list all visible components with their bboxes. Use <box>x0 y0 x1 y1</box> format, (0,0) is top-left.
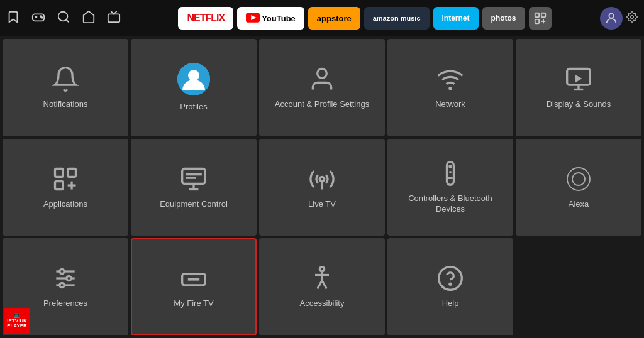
svg-point-47 <box>60 283 64 288</box>
gamepad-icon[interactable] <box>31 10 45 27</box>
svg-rect-12 <box>541 13 545 17</box>
myfiretv-label: My Fire TV <box>174 298 213 309</box>
svg-rect-13 <box>535 19 538 23</box>
svg-point-17 <box>631 16 634 19</box>
account-label: Account & Profile Settings <box>275 99 369 110</box>
svg-point-16 <box>609 14 613 18</box>
livetv-label: Live TV <box>308 199 336 210</box>
appstore-label: appstore <box>317 14 352 23</box>
tile-livetv[interactable]: Live TV <box>259 139 385 236</box>
bell-icon <box>52 65 79 93</box>
top-bar: NETFLIX YouTube appstore amazon music in… <box>0 0 644 36</box>
svg-point-6 <box>58 11 68 21</box>
nav-icons <box>6 10 121 27</box>
tile-profiles[interactable]: Profiles <box>131 39 257 136</box>
equipment-label: Equipment Control <box>160 199 228 210</box>
watermark: 📺IPTV UKPLAYER <box>4 308 30 334</box>
remote-icon <box>436 160 464 187</box>
svg-point-5 <box>42 17 43 18</box>
tv-icon[interactable] <box>107 10 121 27</box>
youtube-label: YouTube <box>262 14 296 23</box>
tile-equipment[interactable]: Equipment Control <box>131 139 257 236</box>
avatar[interactable] <box>600 7 623 30</box>
antenna-icon <box>308 165 336 193</box>
tile-network[interactable]: Network <box>387 39 513 136</box>
tile-alexa[interactable]: Alexa <box>516 139 641 236</box>
photos-label: photos <box>491 14 516 23</box>
help-label: Help <box>442 298 459 309</box>
svg-point-46 <box>67 276 71 281</box>
person-icon <box>308 65 336 93</box>
display-sounds-label: Display & Sounds <box>547 99 611 110</box>
search-icon[interactable] <box>57 10 70 27</box>
tile-empty <box>516 238 641 335</box>
controllers-label: Controllers & Bluetooth Devices <box>394 194 507 215</box>
netflix-label: NETFLIX <box>187 13 225 24</box>
svg-point-34 <box>319 177 324 181</box>
network-label: Network <box>435 99 465 110</box>
appstore-button[interactable]: appstore <box>308 7 360 30</box>
youtube-logo <box>246 13 260 25</box>
preferences-label: Preferences <box>43 298 87 309</box>
svg-point-40 <box>567 168 590 190</box>
photos-button[interactable]: photos <box>482 7 525 30</box>
amazon-music-label: amazon music <box>373 14 421 22</box>
svg-rect-11 <box>535 13 538 17</box>
bookmark-icon[interactable] <box>6 10 20 27</box>
svg-line-7 <box>66 19 69 22</box>
svg-rect-8 <box>108 14 119 22</box>
svg-rect-24 <box>55 168 64 177</box>
profile-area <box>600 7 638 30</box>
display-icon <box>565 65 592 93</box>
add-app-button[interactable] <box>529 7 552 30</box>
svg-rect-26 <box>55 181 64 189</box>
apps-icon <box>52 165 79 193</box>
profiles-label: Profiles <box>180 102 207 112</box>
tile-help[interactable]: Help <box>387 238 513 335</box>
tile-display-sounds[interactable]: Display & Sounds <box>516 39 641 136</box>
gear-icon[interactable] <box>626 11 638 25</box>
firetv-icon <box>180 264 208 292</box>
svg-rect-29 <box>182 168 206 183</box>
svg-point-18 <box>188 70 199 81</box>
watermark-text: 📺IPTV UKPLAYER <box>7 313 27 329</box>
youtube-button[interactable]: YouTube <box>237 7 304 30</box>
app-buttons: NETFLIX YouTube appstore amazon music in… <box>138 7 591 30</box>
svg-rect-25 <box>68 168 76 177</box>
home-icon[interactable] <box>82 10 96 27</box>
help-icon <box>436 264 464 292</box>
tile-accessibility[interactable]: Accessibility <box>259 238 385 335</box>
monitor-icon <box>180 165 208 193</box>
alexa-label: Alexa <box>569 199 589 210</box>
svg-point-50 <box>319 267 324 271</box>
tile-notifications[interactable]: Notifications <box>3 39 128 136</box>
svg-point-19 <box>318 68 327 78</box>
tile-controllers[interactable]: Controllers & Bluetooth Devices <box>387 139 513 236</box>
svg-point-53 <box>439 267 462 290</box>
internet-label: internet <box>442 14 470 23</box>
tile-account[interactable]: Account & Profile Settings <box>259 39 385 136</box>
accessibility-label: Accessibility <box>300 298 345 309</box>
applications-label: Applications <box>43 199 87 210</box>
profile-icon <box>177 63 210 95</box>
amazon-music-button[interactable]: amazon music <box>364 7 430 30</box>
sliders-icon <box>52 264 79 292</box>
wifi-icon <box>436 65 464 93</box>
tile-myfiretv[interactable]: My Fire TV <box>131 238 257 335</box>
netflix-button[interactable]: NETFLIX <box>178 7 233 30</box>
svg-point-45 <box>60 270 64 274</box>
tile-applications[interactable]: Applications <box>3 139 128 236</box>
internet-button[interactable]: internet <box>433 7 479 30</box>
svg-point-41 <box>572 173 585 185</box>
alexa-icon <box>565 165 592 193</box>
settings-grid: Notifications Profiles Account & Profile… <box>0 36 644 338</box>
notifications-label: Notifications <box>43 99 88 110</box>
accessibility-icon <box>308 264 336 292</box>
